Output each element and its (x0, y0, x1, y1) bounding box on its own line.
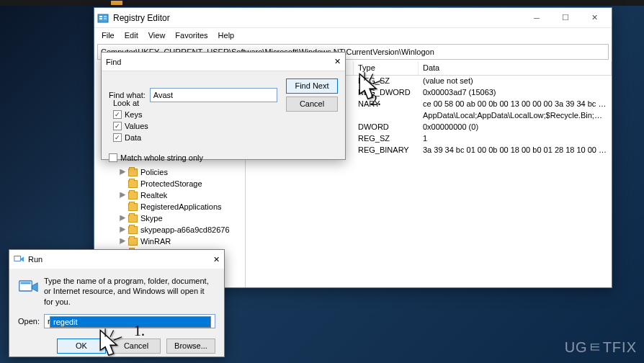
folder-icon (128, 203, 138, 211)
run-title: Run (28, 255, 43, 264)
menu-view[interactable]: View (144, 30, 170, 41)
close-icon[interactable]: ✕ (334, 57, 341, 66)
menu-edit[interactable]: Edit (120, 30, 143, 41)
checkbox-match-whole[interactable] (109, 153, 117, 162)
menu-favorites[interactable]: Favorites (171, 30, 212, 41)
taskbar-pinned-icon (111, 1, 122, 5)
ok-button[interactable]: OK (57, 339, 106, 354)
tree-node[interactable]: RegisteredApplications (140, 202, 222, 211)
svg-rect-2 (99, 18, 102, 19)
cancel-button[interactable]: Cancel (112, 339, 161, 354)
folder-icon (128, 215, 138, 223)
match-whole-label: Match whole string only (120, 153, 203, 162)
run-dialog: Run ✕ Type the name of a program, folder… (9, 249, 225, 357)
find-title: Find (106, 58, 121, 66)
data-label: Data (125, 133, 141, 142)
autocomplete-option[interactable]: regedit (50, 317, 210, 327)
browse-button[interactable]: Browse... (166, 339, 215, 354)
close-button[interactable]: ✕ (580, 8, 609, 28)
svg-rect-1 (99, 16, 102, 17)
svg-rect-3 (104, 16, 107, 17)
tree-node[interactable]: Realtek (140, 191, 167, 200)
step-2-label: 2. (370, 92, 381, 109)
folder-icon (128, 238, 138, 246)
autocomplete-dropdown[interactable]: regedit (50, 316, 211, 328)
values-label: Values (125, 122, 148, 130)
taskbar-fragment (0, 0, 644, 6)
svg-rect-7 (21, 282, 31, 284)
close-icon[interactable]: ✕ (213, 255, 220, 264)
look-at-label: Look at (113, 99, 241, 107)
step-1-label: 1. (134, 323, 145, 339)
window-title: Registry Editor (113, 13, 522, 23)
titlebar[interactable]: Registry Editor ─ ☐ ✕ (94, 8, 612, 28)
minimize-button[interactable]: ─ (522, 8, 551, 28)
svg-rect-4 (104, 18, 107, 19)
run-app-icon (14, 254, 24, 265)
regedit-app-icon (97, 12, 109, 24)
find-next-button[interactable]: Find Next (286, 79, 338, 94)
col-header-data[interactable]: Data (419, 61, 612, 75)
tree-node[interactable]: WinRAR (140, 237, 171, 246)
checkbox-data[interactable]: ✓ (113, 133, 122, 142)
tree-node[interactable]: ProtectedStorage (140, 179, 202, 188)
run-description: Type the name of a program, folder, docu… (44, 276, 215, 307)
run-program-icon (18, 276, 38, 296)
cancel-button[interactable]: Cancel (286, 97, 338, 112)
watermark-text: UGㅌTFIX (565, 338, 637, 357)
find-titlebar[interactable]: Find ✕ (102, 53, 345, 71)
keys-label: Keys (125, 110, 142, 119)
col-header-type[interactable]: Type (354, 61, 419, 75)
menu-file[interactable]: File (97, 30, 119, 41)
checkbox-values[interactable]: ✓ (113, 122, 122, 130)
folder-icon (128, 192, 138, 200)
tree-node[interactable]: Skype (140, 214, 163, 223)
menu-help[interactable]: Help (214, 30, 239, 41)
svg-rect-5 (14, 256, 21, 261)
menu-bar: File Edit View Favorites Help (94, 28, 612, 42)
folder-icon (128, 226, 138, 234)
tree-node[interactable]: skypeapp-a66a9cd82676 (140, 225, 230, 234)
run-titlebar[interactable]: Run ✕ (9, 250, 224, 269)
checkbox-keys[interactable]: ✓ (113, 110, 122, 119)
maximize-button[interactable]: ☐ (551, 8, 580, 28)
find-dialog: Find ✕ Find what: Find Next Cancel Look … (101, 52, 346, 160)
open-label: Open: (18, 317, 40, 326)
folder-icon (128, 180, 138, 188)
